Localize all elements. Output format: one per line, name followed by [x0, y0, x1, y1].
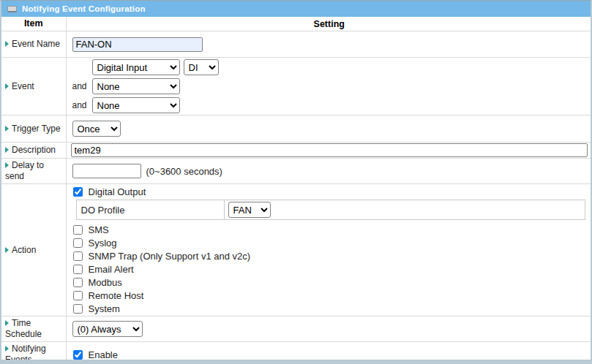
snmp-trap-label: SNMP Trap (Only Support v1 and v2c) [89, 251, 251, 262]
do-profile-value-cell: FAN [224, 200, 585, 220]
snmp-trap-checkbox[interactable] [73, 251, 83, 261]
event-type-select[interactable]: Digital Input [92, 59, 180, 75]
description-label: Description [12, 145, 56, 155]
delay-row: Delay to send (0~3600 seconds) [1, 159, 591, 184]
event-subtype-select[interactable]: DI [184, 59, 219, 75]
email-alert-label: Email Alert [89, 264, 134, 275]
trigger-type-label: Trigger Type [12, 124, 61, 134]
description-label-cell: Description [1, 143, 66, 159]
and-label: and [72, 100, 89, 110]
event-name-setting-cell [66, 31, 591, 58]
event-name-row: Event Name [1, 31, 591, 58]
event-setting-cell: Digital Input DI and None and [66, 58, 591, 115]
notifying-events-label: Notifying Events [5, 344, 46, 364]
sms-checkbox[interactable] [73, 225, 83, 235]
trigger-type-label-cell: Trigger Type [1, 115, 66, 143]
bullet-icon [5, 83, 9, 89]
action-option-syslog[interactable]: Syslog [72, 237, 588, 249]
setting-column-header: Setting [66, 17, 591, 31]
action-option-sms[interactable]: SMS [72, 224, 588, 235]
event-and1-select[interactable]: None [92, 78, 180, 94]
action-label: Action [12, 245, 36, 255]
description-setting-cell [66, 143, 591, 159]
digital-output-label: Digital Output [89, 186, 146, 197]
enable-checkbox[interactable] [73, 350, 83, 360]
action-row: Action Digital Output DO Profile FAN [1, 184, 591, 316]
bullet-icon [5, 41, 9, 47]
system-checkbox[interactable] [73, 304, 83, 314]
event-name-input[interactable] [72, 37, 203, 52]
event-label-cell: Event [1, 58, 66, 115]
time-schedule-label-cell: Time Schedule [1, 316, 66, 342]
window-icon [7, 6, 17, 12]
bullet-icon [5, 126, 9, 132]
email-alert-checkbox[interactable] [73, 265, 83, 274]
remote-host-label: Remote Host [89, 290, 144, 301]
action-option-system[interactable]: System [72, 303, 588, 314]
delay-hint: (0~3600 seconds) [146, 166, 222, 177]
event-name-label-cell: Event Name [1, 31, 66, 58]
do-profile-label: DO Profile [76, 200, 224, 220]
notifying-events-row: Notifying Events Enable [1, 342, 591, 364]
action-option-email-alert[interactable]: Email Alert [72, 263, 588, 275]
panel-title: Notifying Event Configuration [22, 4, 146, 13]
time-schedule-setting-cell: (0) Always [66, 316, 591, 342]
digital-output-checkbox[interactable] [73, 187, 83, 197]
bullet-icon [5, 147, 9, 153]
action-option-modbus[interactable]: Modbus [72, 276, 588, 288]
table-header-row: Item Setting [1, 17, 591, 31]
notifying-events-label-cell: Notifying Events [1, 342, 66, 364]
notifying-event-config-panel: Notifying Event Configuration Item Setti… [0, 0, 592, 364]
sms-label: SMS [89, 224, 109, 235]
delay-label-cell: Delay to send [1, 159, 66, 184]
item-column-header: Item [1, 17, 66, 31]
bullet-icon [5, 162, 9, 168]
event-row: Event Digital Input DI and None [1, 58, 591, 115]
time-schedule-select[interactable]: (0) Always [72, 321, 143, 337]
do-profile-row: DO Profile FAN [76, 200, 585, 220]
bullet-icon [5, 320, 9, 326]
action-option-remote-host[interactable]: Remote Host [72, 289, 588, 301]
do-profile-subtable: DO Profile FAN [76, 200, 586, 220]
delay-input[interactable] [72, 164, 141, 178]
trigger-type-row: Trigger Type Once [1, 115, 591, 143]
enable-label: Enable [89, 349, 118, 360]
delay-setting-cell: (0~3600 seconds) [66, 159, 591, 184]
description-input[interactable] [71, 143, 588, 157]
modbus-label: Modbus [89, 277, 122, 288]
trigger-type-setting-cell: Once [66, 115, 591, 143]
syslog-checkbox[interactable] [73, 238, 83, 248]
config-table: Item Setting Event Name Event Digital In… [1, 17, 591, 364]
panel-titlebar: Notifying Event Configuration [1, 1, 591, 17]
notifying-events-setting-cell: Enable [66, 342, 591, 364]
action-option-snmp-trap[interactable]: SNMP Trap (Only Support v1 and v2c) [72, 250, 588, 262]
trigger-type-select[interactable]: Once [72, 121, 121, 137]
do-profile-select[interactable]: FAN [228, 202, 271, 218]
action-label-cell: Action [1, 184, 66, 316]
time-schedule-label: Time Schedule [5, 318, 42, 339]
digital-output-option[interactable]: Digital Output [72, 186, 588, 197]
bullet-icon [5, 346, 9, 352]
bullet-icon [5, 247, 9, 253]
event-and2-select[interactable]: None [92, 97, 180, 113]
remote-host-checkbox[interactable] [73, 291, 83, 300]
syslog-label: Syslog [89, 238, 117, 249]
system-label: System [89, 303, 120, 314]
modbus-checkbox[interactable] [73, 278, 83, 287]
delay-label: Delay to send [5, 160, 44, 181]
and-label: and [72, 81, 89, 91]
action-setting-cell: Digital Output DO Profile FAN [66, 184, 591, 316]
event-label: Event [12, 81, 34, 91]
description-row: Description [1, 143, 591, 159]
time-schedule-row: Time Schedule (0) Always [1, 316, 591, 342]
event-name-label: Event Name [12, 39, 60, 49]
notifying-events-enable-option[interactable]: Enable [72, 349, 588, 360]
